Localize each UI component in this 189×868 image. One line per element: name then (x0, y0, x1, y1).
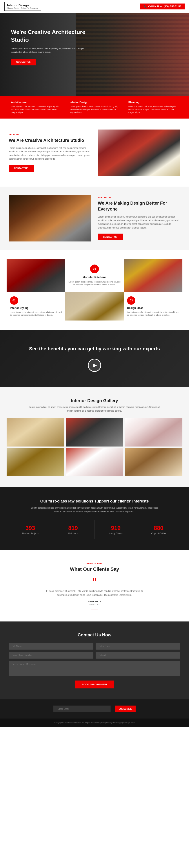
testimonial-author: JOHN SMITH (9, 600, 180, 603)
service-title-01: Modular Kitchens (82, 276, 106, 279)
hero-cta-button[interactable]: CONTACT US (11, 59, 36, 65)
service-text-02: Lorem ipsum dolor sit amet, consectetur … (10, 311, 62, 317)
making-bed-image (9, 195, 91, 242)
video-section: See the benefits you can get by working … (0, 330, 189, 388)
stat-number-2: 919 (97, 525, 135, 531)
making-text: WHAT WE DO We Are Making Design Better F… (98, 196, 180, 240)
gallery-item-2 (66, 418, 124, 446)
making-cta-button[interactable]: CONTACT US (98, 234, 123, 240)
play-button[interactable]: ▶ (88, 359, 101, 372)
service-side-right: 03 Design Ideas Lorem ipsum dolor sit am… (124, 292, 182, 321)
making-label: WHAT WE DO (98, 196, 180, 198)
hero-heading: We're Creative Architecture Studio (11, 28, 87, 44)
service-number-01: 01 (90, 265, 99, 273)
gallery-description: Lorem ipsum dolor sit amet, consectetur … (29, 405, 160, 413)
phone-icon: 📞 (144, 5, 147, 8)
logo-title: Interior Design (7, 3, 38, 7)
about-heading: We Are Creative Architecture Studio (9, 137, 91, 143)
stats-grid: 393 Finished Projects 819 Followers 919 … (9, 520, 180, 539)
stat-item-2: 919 Happy Clients (94, 520, 137, 539)
phone-number: (800) 756-32-56 (164, 5, 181, 8)
feature-item-architecture: Architecture Lorem ipsum dolor sit amet,… (7, 101, 65, 114)
features-bar: Architecture Lorem ipsum dolor sit amet,… (0, 96, 189, 119)
feature-title-0: Architecture (11, 101, 61, 104)
service-image-kitchen (7, 259, 65, 292)
stat-label-0: Finished Projects (11, 532, 50, 535)
form-row-1 (9, 643, 180, 650)
stats-description: Sed ut perspiciatis unde omnis iste natu… (29, 506, 160, 514)
service-text-01: Lorem ipsum dolor sit amet, consectetur … (69, 281, 120, 286)
stat-number-0: 393 (11, 525, 50, 531)
about-body: Lorem ipsum dolor sit amet, consectetur … (9, 147, 91, 161)
call-now-bar: 📞 Call Us Now (800) 756-32-56 (140, 3, 185, 9)
making-heading: We Are Making Design Better For Everyone (98, 200, 180, 212)
stat-label-2: Happy Clients (97, 532, 135, 535)
stat-item-0: 393 Finished Projects (9, 520, 52, 539)
about-cta-button[interactable]: CONTACT US (9, 165, 34, 172)
gallery-heading: Interior Design Gallery (7, 398, 182, 403)
testimonial-heading: What Our Clients Say (9, 566, 180, 572)
testimonial-section: HAPPY CLIENTS What Our Clients Say " It … (0, 550, 189, 621)
hero-content: We're Creative Architecture Studio Lorem… (0, 13, 98, 81)
service-title-02: Interior Styling (10, 306, 62, 310)
gallery-item-1 (7, 418, 64, 446)
service-image-spiral (124, 259, 182, 292)
testimonial-line (91, 609, 98, 610)
service-title-03: Design Ideas (127, 306, 179, 310)
feature-text-2: Lorem ipsum dolor sit amet, consectetur … (128, 105, 178, 114)
stat-label-1: Followers (54, 532, 92, 535)
subscribe-button[interactable]: SUBSCRIBE (115, 706, 136, 712)
full-name-input[interactable] (9, 643, 93, 650)
gallery-item-4 (7, 448, 64, 476)
service-text-03: Lorem ipsum dolor sit amet, consectetur … (127, 311, 179, 317)
gallery-grid (7, 418, 182, 476)
feature-text-1: Lorem ipsum dolor sit amet, consectetur … (70, 105, 119, 114)
site-footer: Copyright © domainname.com. All Rights R… (0, 718, 189, 727)
subject-input[interactable] (96, 652, 180, 658)
gallery-item-6 (125, 448, 182, 476)
video-heading: See the benefits you can get by working … (9, 345, 180, 352)
about-section: ABOUT US We Are Creative Architecture St… (0, 119, 189, 187)
feature-text-0: Lorem ipsum dolor sit amet, consectetur … (11, 105, 61, 114)
making-design-section: WHAT WE DO We Are Making Design Better F… (0, 187, 189, 250)
services-section: 01 Modular Kitchens Lorem ipsum dolor si… (0, 250, 189, 330)
subscribe-section: SUBSCRIBE (0, 700, 189, 718)
testimonial-label: HAPPY CLIENTS (9, 562, 180, 565)
gallery-section: Interior Design Gallery Lorem ipsum dolo… (0, 387, 189, 487)
form-row-2 (9, 652, 180, 658)
stat-number-3: 880 (139, 525, 178, 531)
about-room-image (98, 129, 180, 176)
site-header: Interior Design Making Design Better For… (0, 0, 189, 13)
stat-item-1: 819 Followers (52, 520, 95, 539)
email-input[interactable] (96, 643, 180, 650)
logo-subtitle: Making Design Better For Everyone (7, 7, 38, 9)
stat-label-3: Cups of Coffee (139, 532, 178, 535)
stats-section: Our first-class law solutions support ou… (0, 487, 189, 550)
logo: Interior Design Making Design Better For… (4, 2, 41, 11)
service-image-living (65, 292, 124, 320)
phone-input[interactable] (9, 652, 93, 658)
about-image (98, 129, 180, 176)
testimonial-body: It uses a dictionary of over 200 Latin w… (42, 589, 147, 597)
service-number-02: 02 (10, 297, 18, 305)
call-label: Call Us Now (148, 5, 162, 8)
submit-button[interactable]: BOOK APPOINTMENT (75, 681, 114, 688)
quote-marks: " (9, 577, 180, 587)
feature-item-design: Interior Design Lorem ipsum dolor sit am… (65, 101, 124, 114)
stat-item-3: 880 Cups of Coffee (137, 520, 180, 539)
stat-number-1: 819 (54, 525, 92, 531)
message-textarea[interactable] (9, 661, 180, 676)
about-text: ABOUT US We Are Creative Architecture St… (9, 133, 91, 172)
play-icon: ▶ (93, 363, 97, 368)
services-grid: 01 Modular Kitchens Lorem ipsum dolor si… (7, 259, 182, 321)
making-body: Lorem ipsum dolor sit amet, consectetur … (98, 215, 180, 229)
making-image (9, 195, 91, 242)
feature-title-2: Planning (128, 101, 178, 104)
contact-form-section: Contact Us Now BOOK APPOINTMENT (0, 621, 189, 700)
hero-section: We're Creative Architecture Studio Lorem… (0, 13, 189, 96)
subscribe-input[interactable] (53, 706, 111, 712)
feature-title-1: Interior Design (70, 101, 119, 104)
service-side-left: 02 Interior Styling Lorem ipsum dolor si… (7, 292, 65, 321)
footer-text: Copyright © domainname.com. All Rights R… (7, 721, 182, 724)
testimonial-location: NEW YORK (9, 603, 180, 606)
